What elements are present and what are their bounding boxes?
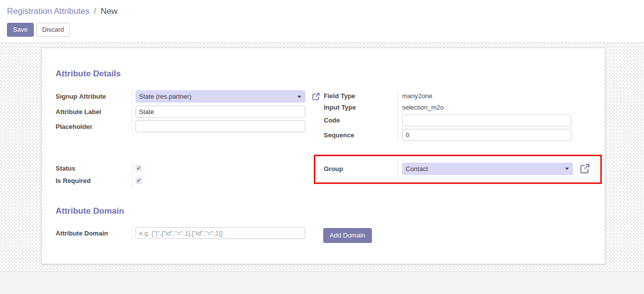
sequence-label: Sequence — [324, 127, 398, 142]
form-actions: Save Discard — [7, 23, 70, 37]
placeholder-input[interactable] — [136, 120, 305, 132]
status-checkbox[interactable]: ✔ — [136, 165, 142, 172]
code-input[interactable] — [402, 115, 572, 126]
breadcrumb: Registration Attributes / New — [7, 6, 118, 16]
content-area: Attribute Details Signup Attribute Attri… — [0, 43, 644, 271]
details-right-group: Field Type Input Type Code Sequence many… — [324, 90, 572, 142]
placeholder-label: Placeholder — [56, 119, 132, 134]
details-left-group: Signup Attribute Attribute Label Placeho… — [56, 89, 320, 134]
is-required-label: Is Required — [56, 175, 132, 187]
attribute-label-input[interactable] — [136, 106, 305, 118]
discard-button[interactable]: Discard — [36, 23, 70, 37]
signup-attribute-label: Signup Attribute — [56, 89, 132, 104]
status-label: Status — [56, 162, 132, 175]
breadcrumb-current: New — [101, 6, 118, 16]
field-type-label: Field Type — [324, 90, 398, 102]
breadcrumb-parent-link[interactable]: Registration Attributes — [7, 6, 89, 16]
domain-field-row: Attribute Domain — [56, 226, 305, 240]
group-label: Group — [324, 161, 398, 176]
save-button[interactable]: Save — [7, 23, 34, 37]
attribute-domain-input[interactable] — [136, 227, 305, 239]
group-value: Contact — [406, 165, 428, 173]
input-type-value: selection_m2o — [402, 104, 444, 111]
add-domain-button[interactable]: Add Domain — [323, 228, 372, 243]
breadcrumb-separator: / — [94, 6, 96, 16]
input-type-label: Input Type — [324, 102, 398, 113]
sequence-input[interactable] — [402, 129, 572, 141]
attribute-label-label: Attribute Label — [56, 104, 132, 119]
section-title-attribute-details: Attribute Details — [56, 69, 121, 79]
chevron-down-icon — [297, 96, 301, 98]
external-link-icon[interactable] — [579, 163, 590, 175]
field-type-value: many2one — [402, 92, 432, 100]
form-sheet: Attribute Details Signup Attribute Attri… — [41, 48, 605, 264]
section-title-attribute-domain: Attribute Domain — [56, 206, 124, 216]
window: Registration Attributes / New Save Disca… — [0, 0, 644, 294]
top-bar: Registration Attributes / New Save Disca… — [0, 0, 644, 43]
external-link-icon[interactable] — [311, 92, 320, 101]
group-select[interactable]: Contact — [402, 163, 573, 175]
signup-attribute-value: State (res.partner) — [139, 93, 192, 100]
chevron-down-icon — [565, 168, 569, 170]
footer-strip — [0, 271, 644, 294]
group-field-row: Group Contact — [324, 161, 590, 176]
code-label: Code — [324, 113, 398, 127]
status-group: Status Is Required ✔ ✔ — [56, 162, 142, 187]
is-required-checkbox[interactable]: ✔ — [136, 177, 142, 184]
attribute-domain-label: Attribute Domain — [56, 226, 132, 240]
signup-attribute-select[interactable]: State (res.partner) — [136, 90, 305, 103]
